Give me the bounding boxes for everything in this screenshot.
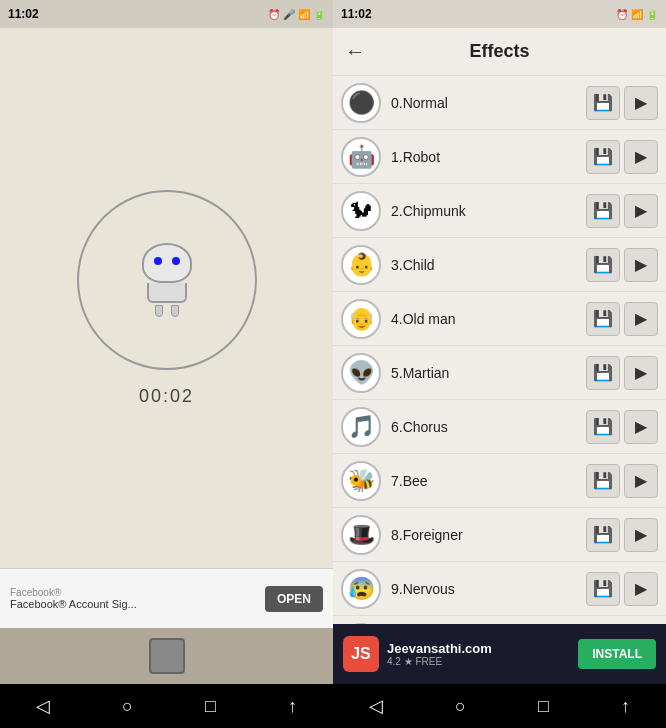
effect-name-5: 5.Martian	[391, 365, 586, 381]
home-nav-icon[interactable]: ○	[122, 696, 133, 717]
effect-emoji-2: 🐿	[350, 198, 372, 224]
effect-actions-1: 💾 ▶	[586, 140, 658, 174]
status-bar-right: 11:02 ⏰ 📶 🔋	[333, 0, 666, 28]
save-button-4[interactable]: 💾	[586, 302, 620, 336]
save-button-9[interactable]: 💾	[586, 572, 620, 606]
signal-icon: 📶	[298, 9, 310, 20]
effect-emoji-1: 🤖	[348, 144, 375, 170]
right-panel: 11:02 ⏰ 📶 🔋 ← Effects ⚫ 0.Normal 💾 ▶ 🤖 1…	[333, 0, 666, 728]
save-button-8[interactable]: 💾	[586, 518, 620, 552]
left-panel: 11:02 ⏰ 🎤 📶 🔋	[0, 0, 333, 728]
recent-nav-icon[interactable]: □	[205, 696, 216, 717]
status-icons-left: ⏰ 🎤 📶 🔋	[268, 9, 325, 20]
play-button-2[interactable]: ▶	[624, 194, 658, 228]
home-nav-icon-right[interactable]: ○	[455, 696, 466, 717]
status-icons-right: ⏰ 📶 🔋	[616, 9, 658, 20]
recent-nav-icon-right[interactable]: □	[538, 696, 549, 717]
nav-bar-left: ◁ ○ □ ↑	[0, 684, 333, 728]
effect-item-7: 🐝 7.Bee 💾 ▶	[333, 454, 666, 508]
effect-actions-5: 💾 ▶	[586, 356, 658, 390]
effect-item-0: ⚫ 0.Normal 💾 ▶	[333, 76, 666, 130]
effect-actions-7: 💾 ▶	[586, 464, 658, 498]
effects-list: ⚫ 0.Normal 💾 ▶ 🤖 1.Robot 💾 ▶ 🐿 2.Chipmun…	[333, 76, 666, 624]
menu-nav-icon[interactable]: ↑	[288, 696, 297, 717]
effect-emoji-9: 😰	[348, 576, 375, 602]
back-nav-icon[interactable]: ◁	[36, 695, 50, 717]
effect-emoji-5: 👽	[348, 360, 375, 386]
effect-actions-8: 💾 ▶	[586, 518, 658, 552]
play-button-1[interactable]: ▶	[624, 140, 658, 174]
robot-eyes	[154, 257, 180, 265]
robot-eye-right	[172, 257, 180, 265]
save-button-6[interactable]: 💾	[586, 410, 620, 444]
effect-actions-2: 💾 ▶	[586, 194, 658, 228]
time-right: 11:02	[341, 7, 372, 21]
effect-emoji-0: ⚫	[348, 90, 375, 116]
play-button-3[interactable]: ▶	[624, 248, 658, 282]
stop-button[interactable]	[149, 638, 185, 674]
effect-name-3: 3.Child	[391, 257, 586, 273]
effects-header: ← Effects	[333, 28, 666, 76]
record-circle	[77, 190, 257, 370]
status-bar-left: 11:02 ⏰ 🎤 📶 🔋	[0, 0, 333, 28]
effect-avatar-8: 🎩	[341, 515, 381, 555]
robot-eye-left	[154, 257, 162, 265]
alarm-icon: ⏰	[268, 9, 280, 20]
nav-bar-right: ◁ ○ □ ↑	[333, 684, 666, 728]
save-button-2[interactable]: 💾	[586, 194, 620, 228]
ad-logo: JS	[343, 636, 379, 672]
effect-item-4: 👴 4.Old man 💾 ▶	[333, 292, 666, 346]
ad-banner-right: JS Jeevansathi.com 4.2 ★ FREE INSTALL	[333, 624, 666, 684]
ad-text-left: Facebook® Facebook® Account Sig...	[10, 587, 257, 610]
save-button-3[interactable]: 💾	[586, 248, 620, 282]
effect-avatar-6: 🎵	[341, 407, 381, 447]
play-button-0[interactable]: ▶	[624, 86, 658, 120]
effect-avatar-3: 👶	[341, 245, 381, 285]
effect-item-9: 😰 9.Nervous 💾 ▶	[333, 562, 666, 616]
install-button[interactable]: INSTALL	[578, 639, 656, 669]
effect-name-9: 9.Nervous	[391, 581, 586, 597]
effect-emoji-7: 🐝	[348, 468, 375, 494]
ad-description: Facebook® Account Sig...	[10, 598, 257, 610]
play-button-4[interactable]: ▶	[624, 302, 658, 336]
ad-name: Jeevansathi.com	[387, 641, 570, 656]
effects-title: Effects	[469, 41, 529, 62]
effect-name-6: 6.Chorus	[391, 419, 586, 435]
menu-nav-icon-right[interactable]: ↑	[621, 696, 630, 717]
effect-item-3: 👶 3.Child 💾 ▶	[333, 238, 666, 292]
alarm-icon-right: ⏰	[616, 9, 628, 20]
effect-avatar-1: 🤖	[341, 137, 381, 177]
effect-emoji-4: 👴	[348, 306, 375, 332]
robot-leg-right	[171, 305, 179, 317]
ad-banner-left: Facebook® Facebook® Account Sig... OPEN	[0, 568, 333, 628]
effect-actions-9: 💾 ▶	[586, 572, 658, 606]
back-nav-icon-right[interactable]: ◁	[369, 695, 383, 717]
timer-display: 00:02	[139, 386, 194, 407]
robot-leg-left	[155, 305, 163, 317]
effect-name-4: 4.Old man	[391, 311, 586, 327]
effect-item-2: 🐿 2.Chipmunk 💾 ▶	[333, 184, 666, 238]
play-button-8[interactable]: ▶	[624, 518, 658, 552]
robot-face	[142, 243, 192, 317]
time-left: 11:02	[8, 7, 39, 21]
battery-icon: 🔋	[313, 9, 325, 20]
play-button-6[interactable]: ▶	[624, 410, 658, 444]
save-button-5[interactable]: 💾	[586, 356, 620, 390]
open-button[interactable]: OPEN	[265, 586, 323, 612]
save-button-1[interactable]: 💾	[586, 140, 620, 174]
save-button-7[interactable]: 💾	[586, 464, 620, 498]
play-button-7[interactable]: ▶	[624, 464, 658, 498]
effect-avatar-2: 🐿	[341, 191, 381, 231]
play-button-5[interactable]: ▶	[624, 356, 658, 390]
robot-legs	[155, 305, 179, 317]
effect-avatar-5: 👽	[341, 353, 381, 393]
effect-emoji-8: 🎩	[348, 522, 375, 548]
effect-name-0: 0.Normal	[391, 95, 586, 111]
effect-avatar-4: 👴	[341, 299, 381, 339]
effect-avatar-9: 😰	[341, 569, 381, 609]
play-button-9[interactable]: ▶	[624, 572, 658, 606]
effect-actions-3: 💾 ▶	[586, 248, 658, 282]
back-button[interactable]: ←	[345, 40, 365, 63]
effect-item-10: 😵 10.Drunk 💾 ▶	[333, 616, 666, 624]
save-button-0[interactable]: 💾	[586, 86, 620, 120]
